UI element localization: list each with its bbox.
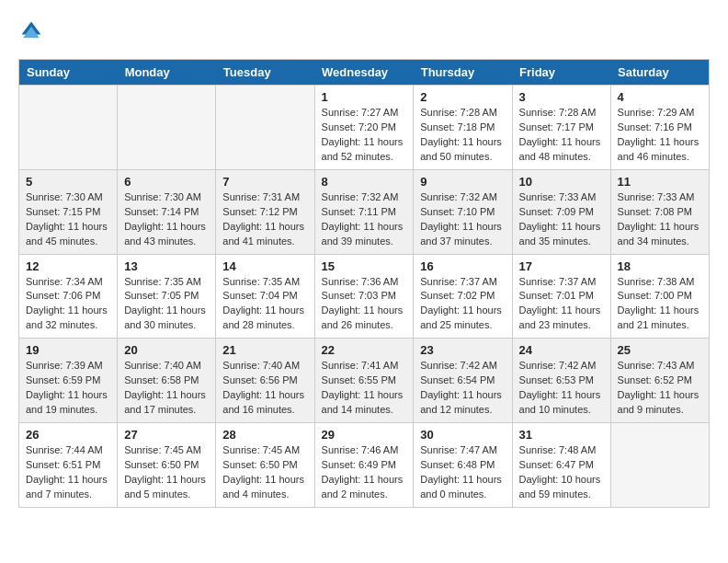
- day-number: 21: [222, 343, 307, 357]
- logo: [18, 18, 48, 44]
- calendar-header-row: SundayMondayTuesdayWednesdayThursdayFrid…: [19, 60, 710, 86]
- calendar-cell: 8Sunrise: 7:32 AM Sunset: 7:11 PM Daylig…: [314, 169, 414, 254]
- calendar-cell: 12Sunrise: 7:34 AM Sunset: 7:06 PM Dayli…: [19, 254, 118, 339]
- calendar-header-monday: Monday: [118, 60, 216, 86]
- day-info: Sunrise: 7:28 AM Sunset: 7:17 PM Dayligh…: [519, 106, 604, 165]
- day-number: 1: [322, 90, 407, 104]
- day-info: Sunrise: 7:45 AM Sunset: 6:50 PM Dayligh…: [124, 443, 209, 502]
- calendar-cell: 25Sunrise: 7:43 AM Sunset: 6:52 PM Dayli…: [610, 339, 709, 423]
- calendar-cell: 31Sunrise: 7:48 AM Sunset: 6:47 PM Dayli…: [512, 423, 610, 508]
- day-info: Sunrise: 7:40 AM Sunset: 6:58 PM Dayligh…: [124, 359, 209, 418]
- calendar-header-sunday: Sunday: [19, 60, 118, 86]
- calendar-header-wednesday: Wednesday: [314, 60, 414, 86]
- calendar-cell: 22Sunrise: 7:41 AM Sunset: 6:55 PM Dayli…: [314, 339, 414, 423]
- day-info: Sunrise: 7:43 AM Sunset: 6:52 PM Dayligh…: [618, 359, 702, 418]
- day-number: 26: [26, 428, 110, 442]
- day-number: 28: [222, 428, 307, 442]
- day-info: Sunrise: 7:39 AM Sunset: 6:59 PM Dayligh…: [26, 359, 110, 418]
- calendar-cell: 1Sunrise: 7:27 AM Sunset: 7:20 PM Daylig…: [314, 86, 414, 170]
- calendar-cell: [216, 86, 314, 170]
- calendar-cell: 24Sunrise: 7:42 AM Sunset: 6:53 PM Dayli…: [512, 339, 610, 423]
- calendar-cell: 19Sunrise: 7:39 AM Sunset: 6:59 PM Dayli…: [19, 339, 118, 423]
- day-info: Sunrise: 7:40 AM Sunset: 6:56 PM Dayligh…: [222, 359, 307, 418]
- calendar-cell: 7Sunrise: 7:31 AM Sunset: 7:12 PM Daylig…: [216, 169, 314, 254]
- day-info: Sunrise: 7:44 AM Sunset: 6:51 PM Dayligh…: [26, 443, 110, 502]
- day-number: 11: [618, 175, 702, 189]
- day-info: Sunrise: 7:27 AM Sunset: 7:20 PM Dayligh…: [322, 106, 407, 165]
- day-number: 4: [618, 90, 702, 104]
- calendar-cell: 21Sunrise: 7:40 AM Sunset: 6:56 PM Dayli…: [216, 339, 314, 423]
- day-number: 27: [124, 428, 209, 442]
- calendar-header-friday: Friday: [512, 60, 610, 86]
- calendar-cell: 15Sunrise: 7:36 AM Sunset: 7:03 PM Dayli…: [314, 254, 414, 339]
- day-number: 12: [26, 259, 110, 273]
- calendar-cell: [118, 86, 216, 170]
- calendar-cell: 29Sunrise: 7:46 AM Sunset: 6:49 PM Dayli…: [314, 423, 414, 508]
- day-info: Sunrise: 7:38 AM Sunset: 7:00 PM Dayligh…: [618, 275, 702, 334]
- day-number: 2: [420, 90, 505, 104]
- calendar-cell: 16Sunrise: 7:37 AM Sunset: 7:02 PM Dayli…: [414, 254, 512, 339]
- calendar-cell: 28Sunrise: 7:45 AM Sunset: 6:50 PM Dayli…: [216, 423, 314, 508]
- day-info: Sunrise: 7:42 AM Sunset: 6:53 PM Dayligh…: [519, 359, 604, 418]
- page-header: [18, 18, 710, 44]
- calendar-cell: 30Sunrise: 7:47 AM Sunset: 6:48 PM Dayli…: [414, 423, 512, 508]
- day-info: Sunrise: 7:33 AM Sunset: 7:09 PM Dayligh…: [519, 190, 604, 249]
- calendar-cell: 26Sunrise: 7:44 AM Sunset: 6:51 PM Dayli…: [19, 423, 118, 508]
- calendar-cell: 23Sunrise: 7:42 AM Sunset: 6:54 PM Dayli…: [414, 339, 512, 423]
- calendar-cell: 27Sunrise: 7:45 AM Sunset: 6:50 PM Dayli…: [118, 423, 216, 508]
- calendar-cell: 4Sunrise: 7:29 AM Sunset: 7:16 PM Daylig…: [610, 86, 709, 170]
- day-info: Sunrise: 7:33 AM Sunset: 7:08 PM Dayligh…: [618, 190, 702, 249]
- calendar-cell: 5Sunrise: 7:30 AM Sunset: 7:15 PM Daylig…: [19, 169, 118, 254]
- day-number: 10: [519, 175, 604, 189]
- day-info: Sunrise: 7:47 AM Sunset: 6:48 PM Dayligh…: [420, 443, 505, 502]
- day-info: Sunrise: 7:35 AM Sunset: 7:04 PM Dayligh…: [222, 275, 307, 334]
- day-number: 8: [322, 175, 407, 189]
- day-info: Sunrise: 7:37 AM Sunset: 7:01 PM Dayligh…: [519, 275, 604, 334]
- day-info: Sunrise: 7:30 AM Sunset: 7:15 PM Dayligh…: [26, 190, 110, 249]
- day-number: 14: [222, 259, 307, 273]
- day-number: 20: [124, 343, 209, 357]
- day-info: Sunrise: 7:36 AM Sunset: 7:03 PM Dayligh…: [322, 275, 407, 334]
- calendar-cell: [19, 86, 118, 170]
- day-number: 19: [26, 343, 110, 357]
- day-number: 29: [322, 428, 407, 442]
- calendar-cell: 10Sunrise: 7:33 AM Sunset: 7:09 PM Dayli…: [512, 169, 610, 254]
- day-number: 30: [420, 428, 505, 442]
- calendar-week-row: 12Sunrise: 7:34 AM Sunset: 7:06 PM Dayli…: [19, 254, 710, 339]
- day-number: 3: [519, 90, 604, 104]
- day-number: 18: [618, 259, 702, 273]
- day-info: Sunrise: 7:30 AM Sunset: 7:14 PM Dayligh…: [124, 190, 209, 249]
- calendar-week-row: 19Sunrise: 7:39 AM Sunset: 6:59 PM Dayli…: [19, 339, 710, 423]
- day-info: Sunrise: 7:46 AM Sunset: 6:49 PM Dayligh…: [322, 443, 407, 502]
- day-info: Sunrise: 7:37 AM Sunset: 7:02 PM Dayligh…: [420, 275, 505, 334]
- day-info: Sunrise: 7:29 AM Sunset: 7:16 PM Dayligh…: [618, 106, 702, 165]
- calendar-cell: 9Sunrise: 7:32 AM Sunset: 7:10 PM Daylig…: [414, 169, 512, 254]
- calendar-cell: 2Sunrise: 7:28 AM Sunset: 7:18 PM Daylig…: [414, 86, 512, 170]
- day-number: 17: [519, 259, 604, 273]
- calendar-cell: 6Sunrise: 7:30 AM Sunset: 7:14 PM Daylig…: [118, 169, 216, 254]
- day-number: 24: [519, 343, 604, 357]
- day-info: Sunrise: 7:45 AM Sunset: 6:50 PM Dayligh…: [222, 443, 307, 502]
- logo-icon: [18, 18, 44, 44]
- calendar-cell: 20Sunrise: 7:40 AM Sunset: 6:58 PM Dayli…: [118, 339, 216, 423]
- day-number: 6: [124, 175, 209, 189]
- day-info: Sunrise: 7:41 AM Sunset: 6:55 PM Dayligh…: [322, 359, 407, 418]
- calendar-cell: 17Sunrise: 7:37 AM Sunset: 7:01 PM Dayli…: [512, 254, 610, 339]
- day-info: Sunrise: 7:35 AM Sunset: 7:05 PM Dayligh…: [124, 275, 209, 334]
- day-number: 7: [222, 175, 307, 189]
- day-number: 22: [322, 343, 407, 357]
- day-info: Sunrise: 7:34 AM Sunset: 7:06 PM Dayligh…: [26, 275, 110, 334]
- day-number: 5: [26, 175, 110, 189]
- calendar-week-row: 5Sunrise: 7:30 AM Sunset: 7:15 PM Daylig…: [19, 169, 710, 254]
- day-number: 15: [322, 259, 407, 273]
- day-number: 16: [420, 259, 505, 273]
- day-number: 23: [420, 343, 505, 357]
- day-info: Sunrise: 7:42 AM Sunset: 6:54 PM Dayligh…: [420, 359, 505, 418]
- day-number: 25: [618, 343, 702, 357]
- day-info: Sunrise: 7:28 AM Sunset: 7:18 PM Dayligh…: [420, 106, 505, 165]
- calendar-cell: 13Sunrise: 7:35 AM Sunset: 7:05 PM Dayli…: [118, 254, 216, 339]
- day-info: Sunrise: 7:31 AM Sunset: 7:12 PM Dayligh…: [222, 190, 307, 249]
- day-info: Sunrise: 7:32 AM Sunset: 7:10 PM Dayligh…: [420, 190, 505, 249]
- day-number: 31: [519, 428, 604, 442]
- calendar-cell: 11Sunrise: 7:33 AM Sunset: 7:08 PM Dayli…: [610, 169, 709, 254]
